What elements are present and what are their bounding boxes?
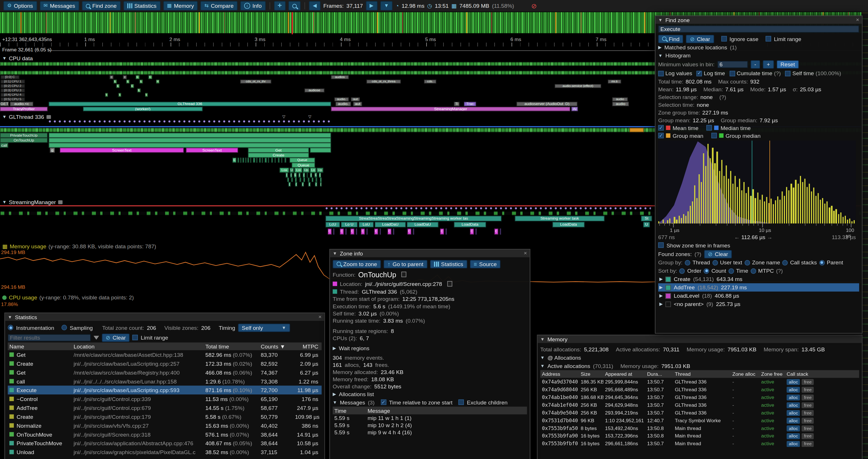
- radio-label[interactable]: User text: [720, 260, 742, 265]
- filter-icon[interactable]: [94, 335, 99, 339]
- min-bin-input[interactable]: [717, 61, 748, 68]
- timeline-zone[interactable]: (: [308, 182, 311, 186]
- active-allocations-label[interactable]: Active allocations: [548, 363, 590, 369]
- frame-menu-button[interactable]: ▼: [380, 1, 393, 11]
- timeline-zone[interactable]: call: [0, 143, 8, 147]
- timeline-zone[interactable]: Trac: [464, 102, 476, 106]
- timeline-zone[interactable]: Ti: [454, 102, 459, 106]
- timeline-zone[interactable]: ScreenText: [186, 148, 238, 153]
- timeline-zone[interactable]: audio.: [334, 97, 349, 101]
- disconnect-icon[interactable]: ⊘: [531, 2, 537, 10]
- find-zone-button[interactable]: Find zone: [82, 1, 121, 11]
- timeline-zone[interactable]: audioserver (AudioOut_D): [517, 102, 577, 106]
- column-header[interactable]: Name: [8, 343, 72, 349]
- timeline-zone[interactable]: [476, 229, 477, 234]
- timeline-zone[interactable]: [248, 158, 249, 162]
- show-zone-time-checkbox[interactable]: [658, 242, 664, 248]
- timeline-zone[interactable]: audio: [612, 97, 628, 101]
- reset-button[interactable]: Reset: [777, 60, 799, 69]
- zoom-tool-button[interactable]: [288, 1, 301, 11]
- glthread-header[interactable]: ▼GLThread 336: [2, 114, 51, 120]
- found-zone-row[interactable]: ▶Create(54,131)643.34 ms: [658, 275, 859, 283]
- timeline-zone[interactable]: [238, 158, 239, 162]
- message-row[interactable]: 5.59 smip 9 w 4 h 4 (16): [333, 429, 527, 436]
- timeline-zone[interactable]: (: [320, 182, 322, 186]
- alloc-callstack-button[interactable]: alloc: [787, 394, 800, 400]
- find-button[interactable]: Find: [658, 34, 684, 43]
- timeline-zone[interactable]: StreamingManager: [331, 107, 570, 111]
- collapse-icon[interactable]: ▼: [2, 114, 7, 120]
- timeline-zone[interactable]: E: [149, 75, 152, 79]
- timeline-zone[interactable]: [393, 229, 394, 234]
- copy-icon[interactable]: [447, 281, 452, 287]
- self-time-checkbox[interactable]: [785, 71, 791, 76]
- column-header[interactable]: Time: [333, 407, 366, 413]
- free-callstack-button[interactable]: free: [802, 402, 814, 408]
- timeline-zone[interactable]: OnTouchUp: [0, 138, 48, 143]
- close-icon[interactable]: ×: [856, 17, 859, 23]
- alloc-callstack-button[interactable]: alloc: [787, 402, 800, 408]
- timeline-zone[interactable]: [345, 229, 347, 234]
- column-header[interactable]: Size: [579, 371, 603, 376]
- instrumentation-radio[interactable]: [8, 325, 13, 330]
- statistics-button[interactable]: Statistics: [123, 1, 160, 11]
- timeline-zone[interactable]: audio.: [336, 102, 351, 106]
- legend-checkbox[interactable]: [658, 125, 664, 131]
- timeline-zone[interactable]: LoU: [359, 222, 374, 227]
- column-header[interactable]: Zone alloc: [731, 371, 760, 376]
- column-header[interactable]: Message: [366, 407, 521, 413]
- timeline-zone[interactable]: [0:5] CPU 5: [1, 97, 25, 101]
- time-relative-checkbox[interactable]: [380, 400, 386, 405]
- timeline-zone[interactable]: E: [140, 80, 143, 84]
- timeline-zone[interactable]: aut: [351, 97, 360, 101]
- next-frame-button[interactable]: ▶: [366, 1, 377, 11]
- alloc-callstack-button[interactable]: alloc: [787, 379, 800, 385]
- radio-label[interactable]: Call stacks: [790, 260, 817, 265]
- column-header[interactable]: Call stack: [785, 371, 818, 376]
- legend-checkbox[interactable]: [658, 133, 664, 138]
- timeline-zone[interactable]: [629, 128, 644, 132]
- timeline-zone[interactable]: [287, 178, 289, 182]
- column-header[interactable]: Counts ▼: [259, 343, 293, 349]
- find-zone-input[interactable]: [658, 26, 859, 33]
- timeline-zone[interactable]: [240, 158, 241, 162]
- free-callstack-button[interactable]: free: [802, 417, 814, 423]
- timeline-zone[interactable]: [49, 133, 331, 138]
- limit-range-checkbox[interactable]: [766, 36, 771, 41]
- column-header[interactable]: Total time: [204, 343, 259, 349]
- timeline-zone[interactable]: E: [232, 158, 236, 162]
- allocations-list-label[interactable]: Allocations list: [339, 391, 374, 397]
- legend-checkbox[interactable]: [711, 133, 717, 138]
- radio-label[interactable]: Count: [711, 268, 726, 274]
- timeline-zone[interactable]: g: [50, 148, 55, 153]
- alloc-callstack-button[interactable]: alloc: [787, 409, 800, 416]
- timeline-zone[interactable]: StreaStreaStreaStreaStreamingStreamingSt…: [326, 216, 501, 221]
- collapse-icon[interactable]: ▼: [540, 355, 545, 360]
- timeline-zone[interactable]: [356, 229, 357, 234]
- free-callstack-button[interactable]: free: [802, 409, 814, 416]
- timeline-zone[interactable]: [256, 158, 257, 162]
- free-callstack-button[interactable]: free: [802, 379, 814, 385]
- timeline-zone[interactable]: c: [110, 75, 114, 79]
- help-icon[interactable]: (?): [774, 70, 781, 76]
- legend-checkbox[interactable]: [706, 125, 712, 131]
- timeline-zone[interactable]: E: [116, 84, 120, 88]
- timeline-zone[interactable]: Lo: [310, 168, 316, 172]
- timeline-zone[interactable]: [295, 178, 297, 182]
- message-row[interactable]: 5.59 smip 10 w 2 h 2 (4): [333, 422, 527, 429]
- timeline-zone[interactable]: Loa: [279, 168, 289, 172]
- info-button[interactable]: iInfo: [240, 1, 266, 11]
- timeline-zone[interactable]: E: [135, 75, 139, 79]
- timeline-zone[interactable]: C: [494, 229, 498, 234]
- collapse-icon[interactable]: ▼: [2, 56, 7, 61]
- messages-table-header[interactable]: TimeMessage: [333, 407, 527, 415]
- expand-icon[interactable]: ▶: [333, 392, 336, 396]
- column-header[interactable]: MTPC: [293, 343, 320, 349]
- timeline-zone[interactable]: audiose: [305, 89, 324, 92]
- timeline-zone[interactable]: [413, 229, 414, 234]
- allocation-row[interactable]: 0x7531d7b04096 KB1:10 234,952,16112:40.7…: [540, 417, 859, 424]
- log-time-checkbox[interactable]: [696, 71, 702, 76]
- timeline-zone[interactable]: audio.<c: [10, 102, 33, 106]
- compare-button[interactable]: ⇆Compare: [200, 1, 238, 11]
- timeline-zone[interactable]: C: [350, 229, 354, 234]
